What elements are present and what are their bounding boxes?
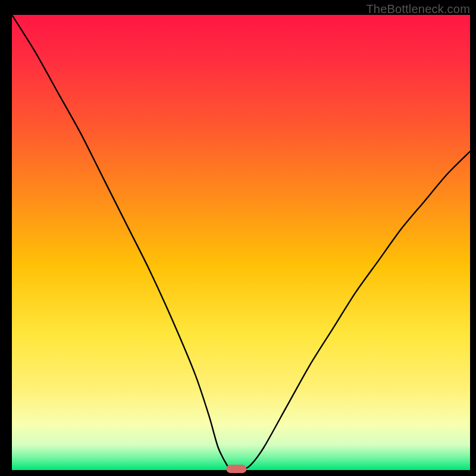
watermark-text: TheBottleneck.com [366, 2, 470, 16]
optimal-marker [226, 465, 246, 473]
chart-plot-bg [12, 15, 470, 470]
bottleneck-chart: TheBottleneck.com [0, 0, 476, 476]
chart-svg [0, 0, 476, 476]
